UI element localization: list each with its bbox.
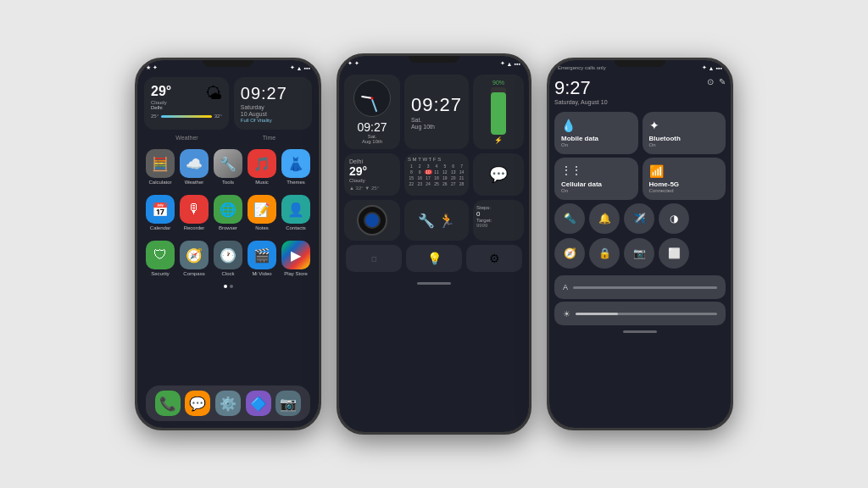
p2-high: 32° — [356, 186, 364, 191]
app-calculator[interactable]: 🧮 Calculator — [146, 149, 175, 185]
cal-header: S M T W T F S — [408, 157, 465, 162]
bluetooth-sub: On — [649, 142, 720, 147]
p2-clock-widget[interactable]: 09:27 Sat. Aug 10th — [344, 75, 400, 149]
p2-time-big: 09:27 — [411, 94, 462, 116]
cal-days: 1234567 891011121314 15161718192021 2223… — [408, 164, 465, 186]
app-icon-weather: ☁️ — [180, 149, 209, 178]
app-icon-calculator: 🧮 — [146, 149, 175, 178]
cc-volume-slider[interactable]: A — [554, 275, 726, 299]
p2-weather-widget[interactable]: Delhi 29° Cloudy ▲ 32° ▼ 25° — [344, 153, 400, 196]
app-label-weather: Weather — [185, 180, 204, 185]
cc-header: 9:27 Saturday, August 10 ⊙ ✎ — [549, 74, 731, 108]
app-label-browser: Browser — [219, 225, 237, 230]
status-right-2: ✦▲▪▪▪ — [500, 60, 520, 67]
steps-current: 0 — [476, 210, 520, 218]
cc-small-row-2: 🧭 🔒 📷 ⬜ — [549, 238, 731, 273]
lockrotation-icon: 🔒 — [598, 247, 611, 259]
app-icon-clock: 🕐 — [214, 241, 242, 269]
lockrotation-btn[interactable]: 🔒 — [589, 238, 620, 269]
p2-camera-widget[interactable] — [344, 200, 400, 241]
notch-3 — [615, 60, 665, 67]
phone-3: Emergency calls only ✦▲▪▪▪ 9:27 Saturday… — [547, 58, 733, 430]
p2-tools-widget[interactable]: 🔧 🏃 — [404, 200, 469, 241]
brightness-track — [576, 313, 717, 315]
cc-small-row-1: 🔦 🔔 ✈️ ◑ — [549, 203, 731, 238]
mobile-data-icon: 💧 — [561, 119, 632, 132]
cc-header-icons: ⊙ ✎ — [707, 77, 726, 86]
app-contacts[interactable]: 👤 Contacts — [281, 195, 310, 230]
airplane-btn[interactable]: ✈️ — [624, 203, 654, 234]
p2-steps-widget[interactable]: Steps: 0 Target: 9999 — [473, 200, 524, 241]
weather-city: Delhi — [151, 105, 171, 110]
app-compass[interactable]: 🧭 Compass — [180, 241, 209, 276]
cc-icon-edit[interactable]: ⊙ — [707, 77, 714, 86]
app-playstore[interactable]: ▶ Play Store — [281, 241, 310, 276]
temp-high: 32° — [214, 114, 222, 119]
mobile-data-btn[interactable]: 💧 Mobile data On — [554, 112, 638, 154]
app-notes[interactable]: 📝 Notes — [248, 195, 276, 230]
app-tools[interactable]: 🔧 Tools — [214, 149, 242, 185]
bell-btn[interactable]: 🔔 — [589, 203, 620, 234]
weather-icon: 🌤 — [205, 84, 222, 103]
dock-camera[interactable]: 📷 — [275, 391, 301, 416]
time-date: 10 August — [241, 111, 305, 117]
dock-assistant[interactable]: 🔷 — [246, 391, 271, 416]
fullscreen-btn[interactable]: ⬜ — [659, 238, 689, 269]
cc-time-group: 9:27 Saturday, August 10 — [554, 77, 608, 105]
weather-label: Weather — [146, 135, 228, 141]
app-grid-row2: 📅 Calendar 🎙 Recorder 🌐 Browser 📝 Notes … — [137, 190, 319, 236]
second-dot — [370, 97, 373, 100]
location-icon: 🧭 — [564, 247, 576, 259]
app-label-recorder: Recorder — [184, 225, 205, 230]
app-recorder[interactable]: 🎙 Recorder — [180, 195, 209, 230]
app-icon-notes: 📝 — [248, 195, 276, 224]
location-btn[interactable]: 🧭 — [554, 238, 585, 269]
bluetooth-btn[interactable]: ✦ Bluetooth On — [643, 112, 726, 154]
cc-brightness-slider[interactable]: ☀ — [554, 302, 726, 325]
weather-temp: 29° — [151, 84, 171, 99]
dock-settings[interactable]: ⚙️ — [215, 391, 241, 416]
light-btn-1[interactable]: ◻ — [346, 245, 402, 272]
app-icon-playstore: ▶ — [281, 241, 310, 269]
bluetooth-label: Bluetooth — [649, 135, 720, 142]
contact-icon: 💬 — [489, 165, 508, 184]
app-security[interactable]: 🛡 Security — [146, 241, 175, 276]
cc-icon-settings[interactable]: ✎ — [719, 77, 726, 86]
torch-btn[interactable]: 🔦 — [554, 203, 585, 234]
app-icon-contacts: 👤 — [281, 195, 310, 224]
dock-messages[interactable]: 💬 — [185, 391, 210, 416]
app-clock[interactable]: 🕐 Clock — [214, 241, 242, 276]
p2-contact-widget[interactable]: 💬 — [473, 153, 524, 196]
cellular-sub: On — [561, 188, 632, 193]
light-btn-3[interactable]: ⚙ — [466, 245, 522, 272]
wifi-btn[interactable]: 📶 Home-5G Connected — [643, 158, 726, 200]
app-browser[interactable]: 🌐 Browser — [214, 195, 242, 230]
p3-camera-btn[interactable]: 📷 — [624, 238, 654, 269]
dock-phone[interactable]: 📞 — [155, 391, 181, 416]
light-btn-2[interactable]: 💡 — [406, 245, 462, 272]
cellular-btn[interactable]: ⋮⋮ Cellular data On — [554, 158, 638, 200]
app-themes[interactable]: 👗 Themes — [281, 149, 310, 185]
p2-weather-temp: 29° — [349, 164, 395, 178]
widget-row-1: 29° Cloudy Delhi 🌤 25° 32° 09:27 Saturda… — [137, 74, 319, 133]
p2-calendar-widget[interactable]: S M T W T F S 1234567 891011121314 15161… — [404, 153, 469, 196]
app-weather[interactable]: ☁️ Weather — [180, 149, 209, 185]
airplane-icon: ✈️ — [633, 213, 646, 225]
app-calendar[interactable]: 📅 Calendar — [146, 195, 175, 230]
camera-lens — [357, 205, 387, 236]
phone-1: ★ ✦ ✦▲▪▪▪ 29° Cloudy Delhi 🌤 25° — [135, 58, 321, 430]
p2-time-widget2[interactable]: 09:27 Sat. Aug 10th — [404, 75, 469, 149]
app-mivideo[interactable]: 🎬 Mi Video — [248, 241, 276, 276]
cc-wifi-row: ⋮⋮ Cellular data On 📶 Home-5G Connected — [549, 158, 731, 203]
app-music[interactable]: 🎵 Music — [248, 149, 276, 185]
time-widget[interactable]: 09:27 Saturday 10 August Full Of Vitalit… — [234, 77, 312, 130]
mobile-data-label: Mobile data — [561, 135, 632, 142]
weather-range: 25° 32° — [151, 114, 222, 119]
p2-battery-widget[interactable]: 90% ⚡ — [473, 75, 524, 149]
cc-top-row: 💧 Mobile data On ✦ Bluetooth On — [549, 108, 731, 158]
dock-settings-icon: ⚙️ — [215, 391, 241, 416]
app-label-themes: Themes — [287, 180, 305, 185]
weather-widget[interactable]: 29° Cloudy Delhi 🌤 25° 32° — [144, 77, 229, 130]
cellular-label: Cellular data — [561, 180, 632, 188]
darkmode-btn[interactable]: ◑ — [659, 203, 689, 234]
